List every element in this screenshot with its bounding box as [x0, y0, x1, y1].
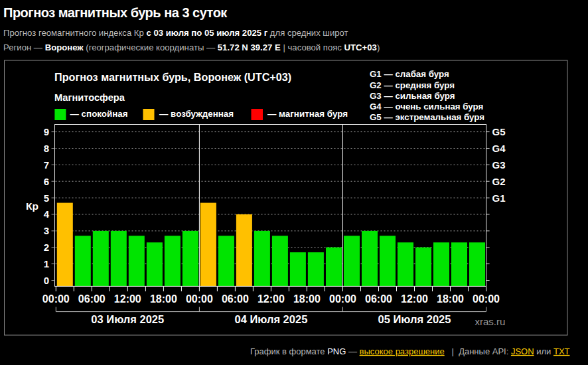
svg-text:06:00: 06:00 [222, 293, 249, 305]
svg-text:G2: G2 [492, 176, 506, 187]
svg-text:05 Июля 2025: 05 Июля 2025 [378, 313, 451, 325]
svg-text:7: 7 [44, 159, 49, 171]
svg-text:Магнитосфера: Магнитосфера [54, 92, 125, 103]
svg-text:00:00: 00:00 [186, 293, 213, 305]
svg-text:График в формате PNG — высокое: График в формате PNG — высокое разрешени… [250, 346, 570, 356]
svg-text:00:00: 00:00 [42, 293, 70, 305]
svg-text:3: 3 [44, 225, 49, 236]
svg-text:06:00: 06:00 [78, 293, 106, 305]
svg-text:— возбужденная: — возбужденная [159, 109, 234, 119]
svg-text:G4 — очень сильная буря: G4 — очень сильная буря [370, 102, 483, 111]
svg-text:18:00: 18:00 [293, 293, 321, 305]
svg-text:12:00: 12:00 [257, 293, 285, 305]
svg-text:G3 — сильная буря: G3 — сильная буря [370, 91, 455, 101]
svg-text:04 Июля 2025: 04 Июля 2025 [234, 313, 307, 325]
svg-text:Регион — Воронеж (географическ: Регион — Воронеж (географические координ… [3, 42, 380, 52]
svg-text:1: 1 [44, 258, 49, 269]
svg-text:— спокойная: — спокойная [70, 109, 128, 119]
svg-text:— магнитная буря: — магнитная буря [267, 109, 348, 119]
svg-text:00:00: 00:00 [473, 293, 500, 305]
svg-text:12:00: 12:00 [114, 293, 141, 305]
svg-text:18:00: 18:00 [150, 293, 177, 305]
svg-text:G5 — экстремальная буря: G5 — экстремальная буря [370, 112, 484, 122]
svg-text:Прогноз геомагнитного индекса: Прогноз геомагнитного индекса Кр с 03 ию… [3, 28, 348, 38]
svg-text:4: 4 [44, 208, 50, 220]
svg-text:G5: G5 [492, 126, 506, 137]
svg-text:8: 8 [44, 143, 49, 154]
svg-text:G4: G4 [492, 143, 506, 154]
svg-text:Прогноз магнитных бурь на 3 су: Прогноз магнитных бурь на 3 суток [3, 5, 228, 20]
svg-text:Прогноз магнитных бурь, Вороне: Прогноз магнитных бурь, Воронеж (UTC+03) [54, 71, 291, 83]
svg-text:18:00: 18:00 [437, 293, 464, 305]
svg-text:0: 0 [44, 275, 49, 286]
svg-text:G2 — средняя буря: G2 — средняя буря [370, 80, 455, 90]
svg-text:6: 6 [44, 176, 49, 187]
svg-text:12:00: 12:00 [401, 293, 428, 305]
svg-text:Кр: Кр [26, 200, 38, 212]
svg-text:5: 5 [44, 192, 49, 204]
svg-text:06:00: 06:00 [365, 293, 392, 305]
svg-text:G1: G1 [492, 192, 506, 204]
svg-text:00:00: 00:00 [329, 293, 356, 305]
svg-text:03 Июля 2025: 03 Июля 2025 [91, 313, 164, 325]
svg-text:G3: G3 [492, 159, 506, 171]
svg-text:9: 9 [44, 126, 49, 137]
svg-text:G1 — слабая буря: G1 — слабая буря [370, 69, 449, 79]
svg-text:xras.ru: xras.ru [475, 316, 506, 327]
svg-text:2: 2 [44, 242, 49, 253]
